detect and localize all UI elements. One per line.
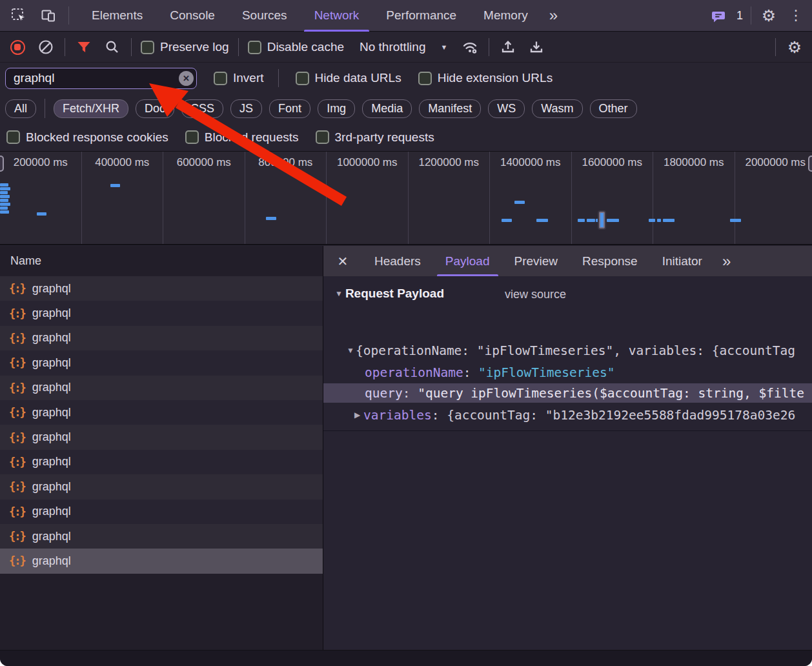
waterfall-bar[interactable] — [649, 219, 655, 222]
hide-extension-urls-label: Hide extension URLs — [438, 71, 553, 85]
waterfall-bar[interactable] — [0, 183, 8, 187]
chip-img[interactable]: Img — [318, 99, 355, 118]
waterfall-bar[interactable] — [0, 203, 10, 206]
invert-checkbox[interactable] — [214, 72, 227, 85]
request-row[interactable]: {:}graphql — [0, 400, 323, 425]
tab-elements[interactable]: Elements — [78, 0, 156, 32]
waterfall-bar[interactable] — [657, 219, 661, 222]
tab-payload[interactable]: Payload — [433, 246, 502, 276]
tab-headers[interactable]: Headers — [362, 246, 433, 276]
payload-entry-query[interactable]: query: "query ipFlowTimeseries($accountT… — [323, 383, 812, 403]
tab-initiator[interactable]: Initiator — [650, 246, 715, 276]
waterfall-bar[interactable] — [599, 212, 605, 228]
request-row[interactable]: {:}graphql — [0, 549, 323, 573]
waterfall-bar[interactable] — [514, 201, 525, 204]
request-row[interactable]: {:}graphql — [0, 350, 323, 375]
chip-media[interactable]: Media — [362, 99, 412, 118]
chip-css[interactable]: CSS — [181, 99, 223, 118]
chip-js[interactable]: JS — [230, 99, 262, 118]
waterfall-bar[interactable] — [663, 219, 675, 222]
chip-other[interactable]: Other — [590, 99, 637, 118]
close-details-icon[interactable]: ✕ — [323, 254, 362, 269]
more-tabs-icon[interactable]: » — [542, 6, 565, 25]
waterfall-bar[interactable] — [0, 199, 8, 202]
waterfall-bar[interactable] — [266, 217, 276, 220]
tree-collapsed-icon[interactable]: ▶ — [354, 410, 363, 419]
tree-expanded-icon[interactable]: ▼ — [347, 346, 356, 355]
request-row[interactable]: {:}graphql — [0, 276, 323, 301]
hide-data-urls-label: Hide data URLs — [315, 71, 401, 85]
tab-performance[interactable]: Performance — [372, 0, 470, 32]
tab-console[interactable]: Console — [156, 0, 228, 32]
waterfall-bar[interactable] — [578, 219, 585, 222]
request-row[interactable]: {:}graphql — [0, 500, 323, 524]
payload-preview-line[interactable]: ▼ {operationName: "ipFlowTimeseries", va… — [323, 341, 812, 360]
more-detail-tabs-icon[interactable]: » — [715, 252, 738, 270]
waterfall-bar[interactable] — [0, 210, 9, 214]
request-row[interactable]: {:}graphql — [0, 301, 323, 325]
record-network-log-icon[interactable] — [8, 37, 27, 57]
settings-gear-icon[interactable]: ⚙ — [759, 6, 778, 25]
tab-network[interactable]: Network — [301, 0, 373, 32]
payload-entry-variables[interactable]: ▶ variables: {accountTag: "b12e3b2192ee5… — [323, 405, 812, 425]
network-conditions-icon[interactable] — [460, 37, 480, 57]
request-row[interactable]: {:}graphql — [0, 376, 323, 400]
disable-cache-checkbox[interactable] — [248, 41, 261, 54]
filter-funnel-icon[interactable] — [74, 37, 94, 57]
hide-data-urls-checkbox[interactable] — [296, 72, 309, 85]
chip-ws[interactable]: WS — [488, 99, 525, 118]
issues-message-icon[interactable] — [709, 6, 729, 25]
blocked-response-cookies-checkbox[interactable] — [6, 130, 20, 144]
waterfall-bar[interactable] — [0, 195, 10, 198]
overview-grip-right[interactable] — [808, 156, 812, 172]
waterfall-bar[interactable] — [110, 184, 120, 187]
request-row[interactable]: {:}graphql — [0, 450, 323, 474]
toggle-device-toolbar-icon[interactable] — [39, 6, 58, 25]
third-party-requests-checkbox[interactable] — [316, 130, 329, 144]
hide-extension-urls-checkbox[interactable] — [418, 72, 432, 85]
import-har-icon[interactable] — [498, 37, 518, 57]
waterfall-bar[interactable] — [730, 219, 741, 222]
tab-response[interactable]: Response — [570, 246, 650, 276]
overview-grip-left[interactable] — [0, 156, 4, 172]
waterfall-bar[interactable] — [0, 187, 10, 190]
waterfall-bar[interactable] — [587, 219, 595, 222]
waterfall-bar[interactable] — [502, 219, 512, 222]
tab-memory[interactable]: Memory — [470, 0, 542, 32]
throttling-dropdown[interactable]: No throttling ▼ — [360, 40, 447, 54]
preserve-log-checkbox[interactable] — [141, 41, 154, 54]
export-har-icon[interactable] — [527, 37, 546, 57]
waterfall-bar[interactable] — [0, 207, 8, 210]
chip-all[interactable]: All — [5, 99, 36, 118]
request-row[interactable]: {:}graphql — [0, 474, 323, 499]
waterfall-bar[interactable] — [536, 219, 548, 222]
name-column-header[interactable]: Name — [0, 246, 323, 276]
blocked-requests-checkbox[interactable] — [185, 130, 199, 144]
inspect-element-icon[interactable] — [9, 6, 28, 25]
kebab-menu-icon[interactable]: ⋮ — [786, 6, 806, 25]
chip-font[interactable]: Font — [269, 99, 310, 118]
clear-filter-icon[interactable]: ✕ — [179, 71, 194, 86]
json-file-icon: {:} — [9, 480, 25, 493]
collapse-section-icon[interactable]: ▼ — [335, 289, 343, 298]
waterfall-bar[interactable] — [37, 212, 46, 216]
chip-manifest[interactable]: Manifest — [419, 99, 481, 118]
request-row[interactable]: {:}graphql — [0, 326, 323, 350]
request-row[interactable]: {:}graphql — [0, 524, 323, 549]
request-row[interactable]: {:}graphql — [0, 425, 323, 449]
network-settings-gear-icon[interactable]: ⚙ — [785, 37, 804, 57]
payload-entry-operationName[interactable]: operationName: "ipFlowTimeseries" — [323, 363, 812, 382]
tab-preview[interactable]: Preview — [502, 246, 571, 276]
chip-wasm[interactable]: Wasm — [532, 99, 582, 118]
invert-label: Invert — [233, 71, 264, 85]
waterfall-bar[interactable] — [607, 219, 619, 222]
network-overview-timeline[interactable]: 200000 ms 400000 ms 600000 ms 800000 ms … — [0, 151, 812, 245]
waterfall-bar[interactable] — [0, 191, 8, 194]
filter-input[interactable] — [5, 68, 197, 89]
search-icon[interactable] — [103, 37, 122, 57]
view-source-link[interactable]: view source — [505, 288, 566, 301]
chip-doc[interactable]: Doc — [136, 99, 174, 118]
chip-fetch-xhr[interactable]: Fetch/XHR — [54, 99, 128, 118]
tab-sources[interactable]: Sources — [228, 0, 301, 32]
clear-network-log-icon[interactable] — [36, 37, 56, 57]
